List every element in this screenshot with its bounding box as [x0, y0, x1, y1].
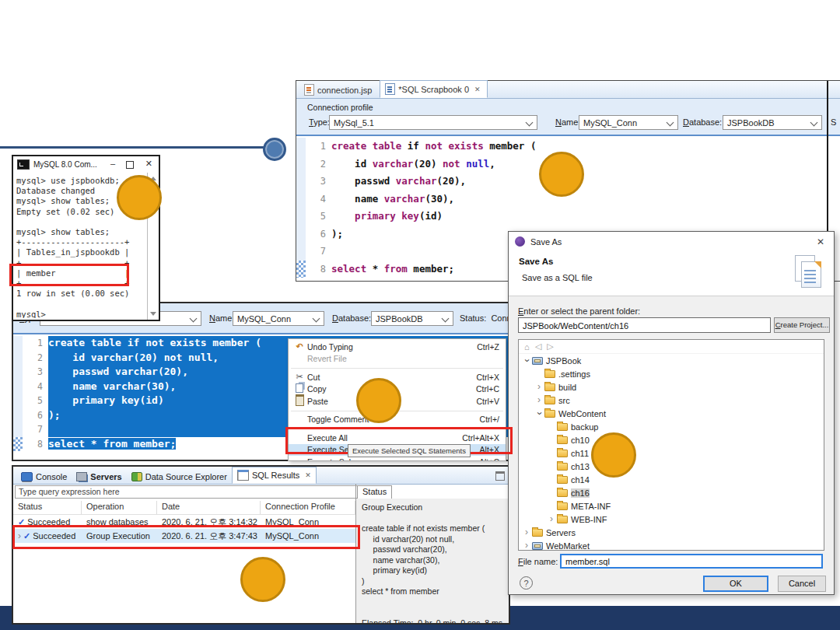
folder-icon	[557, 423, 568, 431]
window-titlebar[interactable]: MySQL 8.0 Com...	[13, 156, 159, 173]
chevron-down-icon	[526, 119, 534, 127]
database-dropdown[interactable]: JSPBookDB	[723, 115, 822, 130]
tree-item-label: build	[558, 383, 576, 392]
tab-sql-results[interactable]: SQL Results ✕	[232, 467, 317, 484]
terminal-line: | Tables_in_jspbookdb |	[16, 247, 146, 257]
status-line: passwd varchar(20),	[362, 544, 509, 555]
chevron-down-icon	[810, 119, 818, 127]
annotation-circle	[591, 432, 636, 478]
close-icon[interactable]: ✕	[145, 159, 152, 169]
tree-item-meta-inf[interactable]: META-INF	[519, 499, 824, 513]
folder-icon	[557, 502, 568, 510]
code-line[interactable]: 5 primary key(id)	[296, 208, 840, 226]
menu-item-label: Cut	[307, 373, 477, 382]
maximize-view-icon[interactable]	[495, 471, 505, 481]
home-icon[interactable]: ⌂	[524, 342, 530, 352]
tree-item-servers[interactable]: ›Servers	[519, 526, 824, 539]
expander-open-icon[interactable]: ›	[534, 409, 545, 418]
line-number: 6	[306, 226, 331, 243]
tree-item--settings[interactable]: .settings	[519, 367, 824, 380]
tree-item-jspbook[interactable]: ›JSPBook	[519, 354, 824, 367]
column-header-operation[interactable]: Operation	[82, 501, 157, 514]
maximize-icon[interactable]	[126, 161, 134, 169]
terminal-line: mysql> show tables;	[16, 227, 146, 237]
menu-item-cut[interactable]: ✂CutCtrl+X	[289, 371, 506, 383]
tree-item-src[interactable]: ›src	[519, 394, 824, 407]
forward-icon[interactable]: ▷	[547, 341, 553, 352]
tree-item-build[interactable]: ›build	[519, 380, 824, 394]
parent-folder-input[interactable]: JSPBook/WebContent/ch16	[518, 317, 771, 333]
status-detail: Group Execution create table if not exis…	[356, 499, 509, 623]
line-marker-icon	[13, 437, 23, 452]
expander-open-icon[interactable]: ›	[521, 356, 533, 366]
tab-sql-scrapbook[interactable]: *SQL Scrapbook 0 ✕	[380, 80, 487, 98]
terminal-line: 1 row in set (0.00 sec)	[16, 289, 146, 299]
column-header-status[interactable]: Status	[13, 501, 82, 514]
close-icon[interactable]: ✕	[474, 86, 481, 93]
column-header-connection-profile[interactable]: Connection Profile	[261, 501, 355, 514]
tree-item-web-inf[interactable]: ›WEB-INF	[519, 513, 824, 526]
menu-icon	[292, 383, 307, 394]
chevron-down-icon	[190, 315, 198, 323]
name-dropdown[interactable]: MySQL_Conn	[579, 115, 678, 130]
tree-item-ch13[interactable]: ch13	[519, 460, 824, 473]
ruler	[13, 336, 23, 351]
close-icon[interactable]: ✕	[807, 236, 834, 247]
tab-console[interactable]: Console	[16, 470, 72, 484]
menu-shortcut: Alt+C	[479, 457, 499, 461]
folder-icon	[544, 397, 555, 404]
name-dropdown[interactable]: MySQL_Conn	[233, 311, 324, 326]
tree-item-ch14[interactable]: ch14	[519, 473, 824, 486]
expander-closed-icon[interactable]: ›	[522, 527, 531, 538]
file-name-input[interactable]: member.sql	[560, 554, 823, 569]
tree-item-webmarket[interactable]: ›WebMarket	[519, 539, 824, 551]
create-project-button[interactable]: Create Project...	[774, 317, 830, 333]
status-line	[362, 607, 509, 618]
back-icon[interactable]: ◁	[535, 341, 541, 352]
tree-item-label: WebContent	[558, 409, 606, 418]
close-icon[interactable]: ✕	[305, 471, 311, 479]
expander-closed-icon[interactable]: ›	[522, 540, 531, 551]
tree-item-backup[interactable]: backup	[519, 420, 824, 433]
database-value: JSPBookDB	[376, 314, 423, 324]
results-table-header: StatusOperationDateConnection Profile	[13, 501, 355, 515]
tab-servers[interactable]: Servers	[72, 470, 126, 484]
column-header-date[interactable]: Date	[157, 501, 261, 514]
ruler	[296, 138, 306, 156]
expander-closed-icon[interactable]: ›	[534, 381, 544, 393]
minimize-icon[interactable]: –	[110, 159, 115, 168]
ruler	[296, 226, 306, 243]
dialog-titlebar[interactable]: Save As ✕	[509, 232, 834, 251]
help-icon[interactable]: ?	[520, 576, 533, 590]
folder-icon	[557, 476, 568, 484]
type-dropdown[interactable]: MySql_5.1	[329, 115, 537, 130]
ruler	[13, 351, 23, 366]
chevron-down-icon	[667, 119, 674, 127]
tree-item-ch16[interactable]: ch16	[519, 486, 824, 499]
tab-connection-jsp[interactable]: connection.jsp	[299, 82, 378, 98]
menu-item-toggle-comment[interactable]: Toggle CommentCtrl+/	[289, 414, 506, 426]
status-line: Elapsed Time: 0 hr, 0 min, 0 sec, 8 ms.	[362, 618, 509, 624]
tree-item-webcontent[interactable]: ›WebContent	[519, 407, 824, 420]
undo-icon: ↶	[292, 341, 307, 352]
ok-button[interactable]: OK	[703, 576, 768, 592]
save-as-dialog: Save As ✕ Save As Save as a SQL file Ent…	[508, 231, 835, 595]
tree-item-label: JSPBook	[546, 356, 581, 366]
tree-item-ch10[interactable]: ch10	[519, 433, 824, 446]
query-filter-input[interactable]: Type query expression here	[15, 485, 359, 499]
menu-item-revert-file[interactable]: Revert File	[289, 353, 506, 366]
expander-closed-icon[interactable]: ›	[534, 394, 544, 406]
selection: select * from member;	[48, 438, 176, 450]
code-text: name varchar(30),	[331, 191, 840, 208]
menu-item-undo-typing[interactable]: ↶Undo TypingCtrl+Z	[289, 341, 506, 353]
cancel-button[interactable]: Cancel	[778, 576, 826, 592]
ruler	[296, 191, 306, 208]
line-number: 7	[23, 422, 48, 437]
scroll-down-icon[interactable]	[150, 312, 156, 316]
tab-data-source-explorer[interactable]: Data Source Explorer	[127, 470, 232, 484]
tree-item-ch11[interactable]: ch11	[519, 446, 824, 460]
status-tab[interactable]: Status	[357, 485, 392, 499]
type-value: MySql_5.1	[334, 118, 374, 128]
expander-closed-icon[interactable]: ›	[547, 513, 556, 525]
database-dropdown[interactable]: JSPBookDB	[371, 311, 453, 326]
